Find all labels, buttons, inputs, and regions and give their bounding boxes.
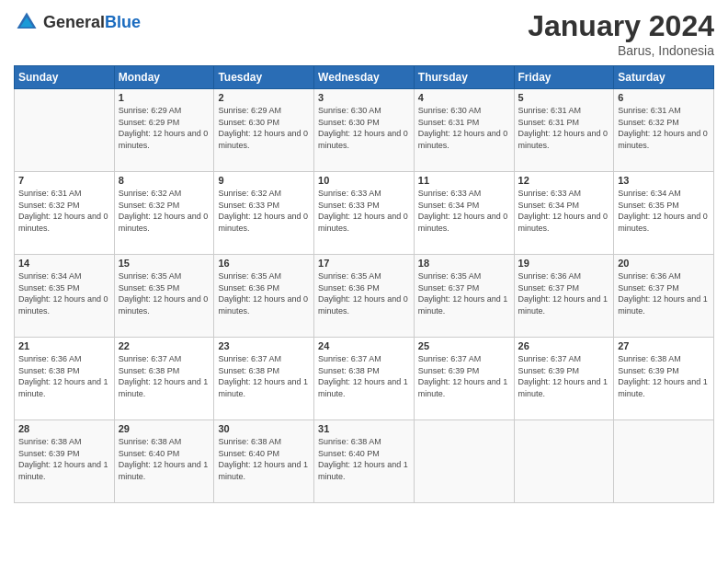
- weekday-header-cell: Tuesday: [214, 66, 314, 89]
- calendar-cell: 31Sunrise: 6:38 AMSunset: 6:40 PMDayligh…: [314, 420, 415, 503]
- logo-blue: Blue: [105, 13, 141, 31]
- day-number: 4: [418, 92, 510, 103]
- day-info: Sunrise: 6:34 AMSunset: 6:35 PMDaylight:…: [18, 270, 110, 316]
- weekday-header-cell: Friday: [514, 66, 614, 89]
- day-info: Sunrise: 6:38 AMSunset: 6:40 PMDaylight:…: [119, 436, 210, 482]
- day-number: 18: [418, 258, 510, 269]
- weekday-header-cell: Sunday: [15, 66, 115, 89]
- day-number: 3: [318, 92, 410, 103]
- day-info: Sunrise: 6:33 AMSunset: 6:34 PMDaylight:…: [418, 188, 510, 234]
- day-info: Sunrise: 6:36 AMSunset: 6:37 PMDaylight:…: [518, 270, 610, 316]
- day-number: 11: [418, 175, 510, 186]
- day-info: Sunrise: 6:37 AMSunset: 6:39 PMDaylight:…: [518, 353, 610, 399]
- day-info: Sunrise: 6:35 AMSunset: 6:37 PMDaylight:…: [418, 270, 510, 316]
- day-number: 23: [218, 340, 310, 351]
- calendar-cell: 4Sunrise: 6:30 AMSunset: 6:31 PMDaylight…: [414, 89, 514, 172]
- calendar-cell: 1Sunrise: 6:29 AMSunset: 6:29 PMDaylight…: [114, 89, 214, 172]
- day-info: Sunrise: 6:38 AMSunset: 6:39 PMDaylight:…: [18, 436, 110, 482]
- calendar-cell: 2Sunrise: 6:29 AMSunset: 6:30 PMDaylight…: [214, 89, 314, 172]
- calendar-cell: 18Sunrise: 6:35 AMSunset: 6:37 PMDayligh…: [414, 255, 514, 338]
- calendar-cell: 15Sunrise: 6:35 AMSunset: 6:35 PMDayligh…: [114, 255, 214, 338]
- calendar-cell: 5Sunrise: 6:31 AMSunset: 6:31 PMDaylight…: [514, 89, 614, 172]
- day-number: 22: [119, 340, 210, 351]
- day-info: Sunrise: 6:30 AMSunset: 6:31 PMDaylight:…: [418, 105, 510, 151]
- calendar-week-row: 7Sunrise: 6:31 AMSunset: 6:32 PMDaylight…: [15, 172, 714, 255]
- calendar-cell: 23Sunrise: 6:37 AMSunset: 6:38 PMDayligh…: [214, 338, 314, 420]
- day-number: 5: [518, 92, 610, 103]
- day-info: Sunrise: 6:37 AMSunset: 6:38 PMDaylight:…: [119, 353, 210, 399]
- day-number: 20: [618, 258, 710, 269]
- calendar-cell: 25Sunrise: 6:37 AMSunset: 6:39 PMDayligh…: [414, 338, 514, 420]
- calendar-cell: 30Sunrise: 6:38 AMSunset: 6:40 PMDayligh…: [214, 420, 314, 503]
- day-number: 7: [18, 175, 110, 186]
- calendar-cell: [514, 420, 614, 503]
- day-number: 15: [119, 258, 210, 269]
- day-number: 6: [618, 92, 710, 103]
- day-info: Sunrise: 6:31 AMSunset: 6:31 PMDaylight:…: [518, 105, 610, 151]
- calendar-week-row: 14Sunrise: 6:34 AMSunset: 6:35 PMDayligh…: [15, 255, 714, 338]
- day-number: 17: [318, 258, 410, 269]
- day-number: 13: [618, 175, 710, 186]
- calendar-cell: [15, 89, 115, 172]
- day-number: 29: [119, 423, 210, 434]
- day-info: Sunrise: 6:32 AMSunset: 6:32 PMDaylight:…: [119, 188, 210, 234]
- day-info: Sunrise: 6:36 AMSunset: 6:38 PMDaylight:…: [18, 353, 110, 399]
- weekday-header-row: SundayMondayTuesdayWednesdayThursdayFrid…: [15, 66, 714, 89]
- day-info: Sunrise: 6:36 AMSunset: 6:37 PMDaylight:…: [618, 270, 710, 316]
- calendar-cell: 16Sunrise: 6:35 AMSunset: 6:36 PMDayligh…: [214, 255, 314, 338]
- day-info: Sunrise: 6:35 AMSunset: 6:36 PMDaylight:…: [218, 270, 310, 316]
- calendar-cell: [614, 420, 714, 503]
- day-info: Sunrise: 6:32 AMSunset: 6:33 PMDaylight:…: [218, 188, 310, 234]
- weekday-header-cell: Monday: [114, 66, 214, 89]
- calendar-cell: 28Sunrise: 6:38 AMSunset: 6:39 PMDayligh…: [15, 420, 115, 503]
- day-number: 30: [218, 423, 310, 434]
- day-info: Sunrise: 6:37 AMSunset: 6:39 PMDaylight:…: [418, 353, 510, 399]
- calendar-table: SundayMondayTuesdayWednesdayThursdayFrid…: [14, 65, 714, 503]
- day-number: 2: [218, 92, 310, 103]
- calendar-cell: 8Sunrise: 6:32 AMSunset: 6:32 PMDaylight…: [114, 172, 214, 255]
- calendar-cell: 29Sunrise: 6:38 AMSunset: 6:40 PMDayligh…: [114, 420, 214, 503]
- calendar-cell: 14Sunrise: 6:34 AMSunset: 6:35 PMDayligh…: [15, 255, 115, 338]
- calendar-cell: 3Sunrise: 6:30 AMSunset: 6:30 PMDaylight…: [314, 89, 415, 172]
- calendar-cell: 9Sunrise: 6:32 AMSunset: 6:33 PMDaylight…: [214, 172, 314, 255]
- day-info: Sunrise: 6:33 AMSunset: 6:34 PMDaylight:…: [518, 188, 610, 234]
- calendar-cell: 27Sunrise: 6:38 AMSunset: 6:39 PMDayligh…: [614, 338, 714, 420]
- day-number: 21: [18, 340, 110, 351]
- day-info: Sunrise: 6:34 AMSunset: 6:35 PMDaylight:…: [618, 188, 710, 234]
- day-number: 26: [518, 340, 610, 351]
- title-area: January 2024 Barus, Indonesia: [528, 9, 714, 58]
- day-info: Sunrise: 6:29 AMSunset: 6:30 PMDaylight:…: [218, 105, 310, 151]
- weekday-header-cell: Wednesday: [314, 66, 415, 89]
- day-info: Sunrise: 6:30 AMSunset: 6:30 PMDaylight:…: [318, 105, 410, 151]
- day-info: Sunrise: 6:35 AMSunset: 6:35 PMDaylight:…: [119, 270, 210, 316]
- day-number: 27: [618, 340, 710, 351]
- calendar-week-row: 21Sunrise: 6:36 AMSunset: 6:38 PMDayligh…: [15, 338, 714, 420]
- calendar-cell: 20Sunrise: 6:36 AMSunset: 6:37 PMDayligh…: [614, 255, 714, 338]
- calendar-cell: 7Sunrise: 6:31 AMSunset: 6:32 PMDaylight…: [15, 172, 115, 255]
- day-info: Sunrise: 6:38 AMSunset: 6:39 PMDaylight:…: [618, 353, 710, 399]
- day-number: 16: [218, 258, 310, 269]
- calendar-cell: 19Sunrise: 6:36 AMSunset: 6:37 PMDayligh…: [514, 255, 614, 338]
- day-info: Sunrise: 6:37 AMSunset: 6:38 PMDaylight:…: [218, 353, 310, 399]
- logo-text: GeneralBlue: [43, 13, 141, 32]
- calendar-cell: 6Sunrise: 6:31 AMSunset: 6:32 PMDaylight…: [614, 89, 714, 172]
- day-info: Sunrise: 6:33 AMSunset: 6:33 PMDaylight:…: [318, 188, 410, 234]
- calendar-cell: 10Sunrise: 6:33 AMSunset: 6:33 PMDayligh…: [314, 172, 415, 255]
- day-info: Sunrise: 6:29 AMSunset: 6:29 PMDaylight:…: [119, 105, 210, 151]
- weekday-header-cell: Saturday: [614, 66, 714, 89]
- calendar-body: 1Sunrise: 6:29 AMSunset: 6:29 PMDaylight…: [15, 89, 714, 503]
- day-number: 9: [218, 175, 310, 186]
- page-header: GeneralBlue January 2024 Barus, Indonesi…: [14, 9, 714, 58]
- logo-icon: [14, 9, 40, 35]
- calendar-cell: 22Sunrise: 6:37 AMSunset: 6:38 PMDayligh…: [114, 338, 214, 420]
- location-title: Barus, Indonesia: [528, 43, 714, 58]
- day-number: 19: [518, 258, 610, 269]
- day-info: Sunrise: 6:35 AMSunset: 6:36 PMDaylight:…: [318, 270, 410, 316]
- day-info: Sunrise: 6:38 AMSunset: 6:40 PMDaylight:…: [218, 436, 310, 482]
- calendar-cell: 13Sunrise: 6:34 AMSunset: 6:35 PMDayligh…: [614, 172, 714, 255]
- day-number: 25: [418, 340, 510, 351]
- day-info: Sunrise: 6:31 AMSunset: 6:32 PMDaylight:…: [18, 188, 110, 234]
- calendar-cell: 11Sunrise: 6:33 AMSunset: 6:34 PMDayligh…: [414, 172, 514, 255]
- calendar-cell: 26Sunrise: 6:37 AMSunset: 6:39 PMDayligh…: [514, 338, 614, 420]
- calendar-cell: 24Sunrise: 6:37 AMSunset: 6:38 PMDayligh…: [314, 338, 415, 420]
